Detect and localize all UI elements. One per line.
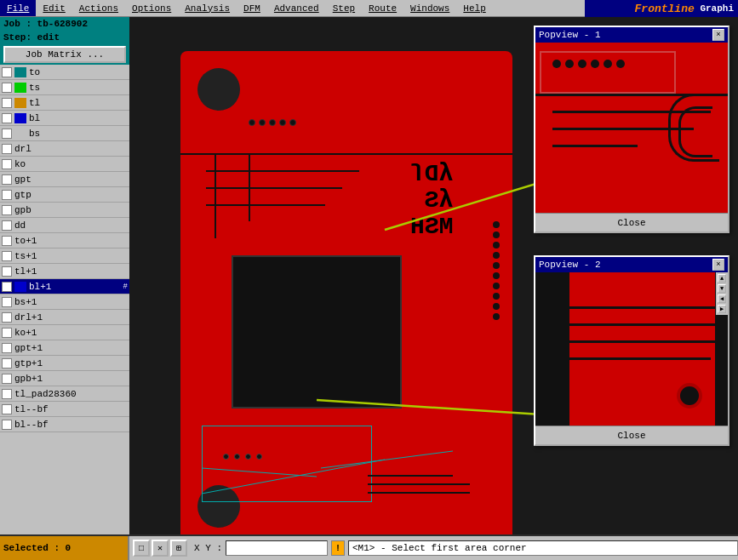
layer-name-gpb: gpb — [14, 205, 128, 215]
pcb-trace-v — [249, 153, 250, 221]
scroll-btn[interactable]: ▶ — [718, 305, 726, 313]
layer-checkbox-tl_pad28360[interactable] — [2, 389, 12, 399]
layer-item-tl[interactable]: tl — [0, 95, 129, 111]
layer-checkbox-ko[interactable] — [2, 159, 12, 169]
layer-checkbox-bl[interactable] — [2, 113, 12, 123]
layer-item-gtp[interactable]: gtp — [0, 187, 129, 203]
layer-checkbox-ko+1[interactable] — [2, 328, 12, 338]
popview-2-close-bar[interactable]: Close — [535, 426, 728, 444]
layer-checkbox-gpt+1[interactable] — [2, 343, 12, 353]
scroll-btn[interactable]: ▲ — [718, 274, 726, 283]
layer-checkbox-bl+1[interactable] — [2, 282, 12, 292]
step-label: Step: edit — [0, 31, 129, 44]
layer-checkbox-tl[interactable] — [2, 98, 12, 108]
layer-item-drl+1[interactable]: drl+1 — [0, 310, 129, 325]
layer-item-ts+1[interactable]: ts+1 — [0, 249, 129, 264]
layer-checkbox-bs[interactable] — [2, 129, 12, 139]
pcb-component — [232, 255, 402, 409]
menu-dfm[interactable]: DFM — [237, 0, 267, 16]
layer-item-ts[interactable]: ts — [0, 80, 129, 95]
menu-edit[interactable]: Edit — [36, 0, 72, 16]
layer-item-ko[interactable]: ko — [0, 157, 129, 172]
scroll-btn[interactable]: ◀ — [718, 294, 726, 303]
layer-name-ko+1: ko+1 — [14, 328, 128, 338]
menu-analysis[interactable]: Analysis — [178, 0, 237, 16]
layer-item-tl+1[interactable]: tl+1 — [0, 264, 129, 279]
layer-list: totstlblbsdrlkogptgtpgpbddto+1ts+1tl+1bl… — [0, 65, 129, 534]
layer-checkbox-drl+1[interactable] — [2, 312, 12, 323]
xy-input[interactable] — [226, 540, 328, 556]
layer-item-drl[interactable]: drl — [0, 141, 129, 157]
menu-file[interactable]: File — [0, 0, 36, 16]
layer-item-gtp+1[interactable]: gtp+1 — [0, 356, 129, 371]
pcb-trace — [180, 153, 512, 155]
selection-rect — [202, 426, 372, 502]
pcb-trace — [368, 475, 453, 477]
layer-checkbox-gpb+1[interactable] — [2, 374, 12, 384]
layer-checkbox-to+1[interactable] — [2, 236, 12, 246]
popview-2-board: ▲ ▼ ◀ ▶ — [535, 272, 728, 426]
menu-step[interactable]: Step — [326, 0, 362, 16]
connector-row-top — [249, 119, 296, 126]
layer-checkbox-bs+1[interactable] — [2, 297, 12, 307]
layer-item-dd[interactable]: dd — [0, 218, 129, 233]
scroll-btn[interactable]: ▼ — [718, 284, 726, 293]
popview-2-close-button[interactable]: × — [712, 259, 724, 271]
popview-1-close-button[interactable]: × — [712, 29, 724, 41]
layer-checkbox-tl+1[interactable] — [2, 266, 12, 277]
layer-name-gpt: gpt — [14, 174, 128, 185]
menu-advanced[interactable]: Advanced — [267, 0, 326, 16]
layer-checkbox-to[interactable] — [2, 67, 12, 77]
layer-item-ko+1[interactable]: ko+1 — [0, 325, 129, 340]
status-icon-grid[interactable]: ⊞ — [170, 540, 187, 557]
layer-item-gpt[interactable]: gpt — [0, 172, 129, 187]
logo-frontline: Frontline — [635, 3, 695, 15]
menu-help[interactable]: Help — [456, 0, 492, 16]
pcb-board: ʎDſ ʎS MSH — [180, 51, 512, 534]
popview-2-titlebar: Popview - 2 × — [535, 257, 728, 272]
layer-item-bs[interactable]: bs — [0, 126, 129, 141]
layer-checkbox-gpb[interactable] — [2, 205, 12, 215]
layer-checkbox-ts[interactable] — [2, 83, 12, 93]
via — [245, 454, 251, 460]
layer-item-bl[interactable]: bl — [0, 111, 129, 126]
menu-windows[interactable]: Windows — [403, 0, 456, 16]
layer-item-to+1[interactable]: to+1 — [0, 233, 129, 249]
layer-checkbox-dd[interactable] — [2, 220, 12, 231]
layer-checkbox-gpt[interactable] — [2, 174, 12, 185]
layer-color-bl+1 — [14, 282, 26, 292]
pcb-silkscreen-text: ʎDſ ʎS MSH — [410, 162, 453, 240]
job-matrix-button[interactable]: Job Matrix ... — [3, 46, 126, 63]
layer-item-gpb[interactable]: gpb — [0, 203, 129, 218]
layer-item-tl--bf[interactable]: tl--bf — [0, 402, 129, 417]
layer-item-tl_pad28360[interactable]: tl_pad28360 — [0, 386, 129, 402]
layer-item-bs+1[interactable]: bs+1 — [0, 294, 129, 310]
layer-name-tl--bf: tl--bf — [14, 404, 128, 414]
layer-item-to[interactable]: to — [0, 65, 129, 80]
connector-pin — [279, 119, 286, 126]
job-label: Job : tb-628902 — [0, 17, 129, 31]
popview-coil-inner — [678, 106, 712, 157]
popview-1-close-bar[interactable]: Close — [535, 213, 728, 231]
popview2-trace — [569, 306, 728, 309]
layer-item-bl+1[interactable]: bl+1# — [0, 279, 129, 294]
layer-checkbox-bl--bf[interactable] — [2, 420, 12, 430]
status-icon-cross[interactable]: ✕ — [152, 540, 169, 557]
menu-options[interactable]: Options — [125, 0, 178, 16]
status-selected: Selected : 0 — [0, 536, 129, 560]
layer-checkbox-tl--bf[interactable] — [2, 404, 12, 414]
layer-item-gpt+1[interactable]: gpt+1 — [0, 340, 129, 356]
menu-route[interactable]: Route — [362, 0, 403, 16]
layer-checkbox-drl[interactable] — [2, 144, 12, 154]
pcb-trace — [368, 492, 470, 494]
connector-pin — [493, 313, 500, 320]
layer-item-gpb+1[interactable]: gpb+1 — [0, 371, 129, 386]
layer-item-bl--bf[interactable]: bl--bf — [0, 417, 129, 432]
layer-checkbox-gtp[interactable] — [2, 190, 12, 200]
status-icon-rect[interactable]: □ — [133, 540, 150, 557]
popview-trace — [552, 145, 638, 147]
layer-name-bl--bf: bl--bf — [14, 420, 128, 430]
layer-checkbox-ts+1[interactable] — [2, 251, 12, 261]
menu-actions[interactable]: Actions — [72, 0, 125, 16]
layer-checkbox-gtp+1[interactable] — [2, 358, 12, 369]
